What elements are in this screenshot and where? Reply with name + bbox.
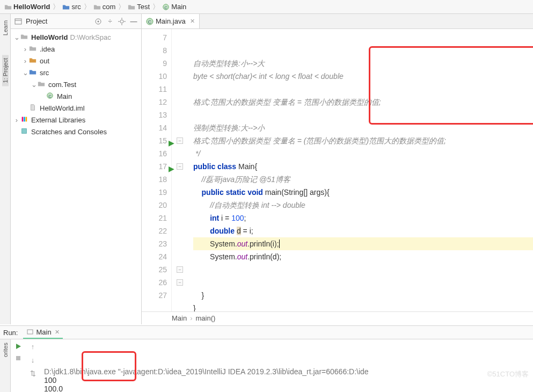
line-number[interactable]: 17▶−: [142, 160, 167, 173]
up-icon[interactable]: ↑: [31, 343, 35, 351]
crumb-class[interactable]: Main: [172, 314, 187, 322]
close-icon[interactable]: ✕: [55, 329, 60, 336]
tree-node[interactable]: ›out: [12, 55, 140, 67]
line-number[interactable]: 21: [142, 212, 167, 224]
filter-icon[interactable]: ⇅: [30, 369, 36, 378]
line-number[interactable]: 22: [142, 224, 167, 237]
rail-tab-learn[interactable]: Learn: [2, 17, 9, 39]
svg-rect-17: [16, 356, 20, 360]
rail-tab-favorites[interactable]: orites: [2, 339, 9, 360]
line-number[interactable]: 16: [142, 147, 167, 160]
tree-arrow-icon[interactable]: ⌄: [13, 33, 20, 41]
stop-icon[interactable]: [14, 354, 22, 362]
tree-arrow-icon[interactable]: ⌄: [21, 69, 29, 77]
line-number[interactable]: 26−: [142, 276, 167, 289]
settings-icon[interactable]: [118, 17, 126, 26]
line-number[interactable]: 12: [142, 96, 167, 108]
tree-node[interactable]: ⌄HelloWorldD:\WorkSpac: [12, 31, 140, 43]
line-number[interactable]: 15▶−: [142, 134, 167, 147]
project-panel-header: Project ÷ —: [11, 14, 141, 29]
folder-icon: [20, 33, 29, 41]
breadcrumb-item[interactable]: src: [61, 3, 82, 11]
run-label: Run:: [3, 329, 18, 337]
line-number[interactable]: 27: [142, 289, 167, 302]
line-number[interactable]: 11: [142, 83, 167, 96]
expand-all-icon[interactable]: ÷: [106, 17, 114, 26]
svg-marker-16: [16, 344, 21, 349]
svg-rect-9: [22, 117, 24, 122]
tree-node[interactable]: ⌄src: [12, 67, 140, 78]
tree-node[interactable]: Scratches and Consoles: [12, 126, 140, 137]
scratch-icon: [20, 127, 29, 136]
line-number[interactable]: 13: [142, 108, 167, 121]
code-line[interactable]: }: [193, 289, 533, 302]
breadcrumb-item[interactable]: CMain: [161, 3, 187, 11]
crumb-method[interactable]: main(): [196, 314, 216, 322]
code-editor[interactable]: 789101112131415▶−1617▶−1819202122232425−…: [142, 29, 533, 311]
code-line[interactable]: [193, 276, 533, 289]
editor-tab-main[interactable]: C Main.java ✕: [142, 14, 200, 28]
code-line[interactable]: public class Main{: [193, 160, 533, 173]
annotation-box-output: [82, 351, 136, 381]
line-number[interactable]: 7: [142, 31, 167, 44]
tree-node[interactable]: ›External Libraries: [12, 114, 140, 126]
down-icon[interactable]: ↓: [31, 356, 35, 364]
tree-node[interactable]: ›.idea: [12, 43, 140, 55]
line-number[interactable]: 20: [142, 199, 167, 212]
code-line[interactable]: System.out.println(d);: [193, 250, 533, 263]
hide-icon[interactable]: —: [129, 17, 138, 26]
tree-label: src: [40, 69, 49, 77]
class-icon: C: [162, 3, 170, 11]
run-controls-2: ↑ ↓ ⇅: [26, 339, 40, 392]
breadcrumb-item[interactable]: HelloWorld: [3, 3, 51, 11]
code-line[interactable]: double d = i;: [193, 224, 533, 237]
tree-arrow-icon[interactable]: ›: [13, 116, 20, 124]
tree-arrow-icon[interactable]: ⌄: [30, 81, 38, 89]
run-tab-main[interactable]: Main ✕: [23, 326, 62, 339]
lib-icon: [20, 115, 29, 124]
line-number[interactable]: 19: [142, 186, 167, 199]
locate-icon[interactable]: [94, 17, 103, 26]
line-number[interactable]: 10: [142, 70, 167, 83]
code-line[interactable]: //磊哥java历险记 @51博客: [193, 173, 533, 186]
code-line[interactable]: int i = 100;: [193, 212, 533, 224]
breadcrumb-item[interactable]: com: [92, 3, 117, 11]
line-number[interactable]: 23: [142, 237, 167, 250]
line-number[interactable]: 24: [142, 250, 167, 263]
code-line[interactable]: [193, 263, 533, 276]
breadcrumb-item[interactable]: Test: [127, 3, 151, 11]
tree-node[interactable]: CMain: [12, 90, 140, 102]
tree-node[interactable]: ⌄com.Test: [12, 78, 140, 90]
run-output[interactable]: D:\jdk1.8\bin\java.exe "-javaagent:D:\id…: [40, 339, 533, 392]
code-line[interactable]: //自动类型转换 int --> double: [193, 199, 533, 212]
chevron-right-icon: 〉: [53, 2, 60, 12]
run-tab-label: Main: [36, 328, 51, 336]
line-number[interactable]: 8: [142, 44, 167, 57]
tree-arrow-icon[interactable]: ›: [21, 57, 29, 65]
folder-icon: [38, 80, 46, 89]
project-view-icon[interactable]: [14, 17, 23, 26]
folder-b-icon: [62, 3, 70, 11]
line-number[interactable]: 9: [142, 57, 167, 70]
tree-node[interactable]: HelloWorld.iml: [12, 102, 140, 114]
code-line[interactable]: System.out.println(i);: [193, 237, 533, 250]
rail-tab-project[interactable]: 1: Project: [2, 55, 9, 86]
tree-label: .idea: [40, 45, 55, 53]
code-line[interactable]: */: [193, 147, 533, 160]
breadcrumb: HelloWorld〉src〉com〉Test〉CMain: [0, 0, 533, 14]
line-number[interactable]: 25−: [142, 263, 167, 276]
project-tree[interactable]: ⌄HelloWorldD:\WorkSpac›.idea›out⌄src⌄com…: [11, 29, 141, 324]
tree-arrow-icon[interactable]: ›: [21, 45, 29, 53]
chevron-right-icon: ›: [190, 314, 192, 322]
line-number[interactable]: 18: [142, 173, 167, 186]
line-number[interactable]: 14: [142, 121, 167, 134]
code-line[interactable]: }: [193, 302, 533, 311]
code-line[interactable]: public static void main(String[] args){: [193, 186, 533, 199]
folder-icon: [128, 3, 135, 11]
code-line[interactable]: 格式:范围小的数据类型 变量名 = (范围小的数据类型)范围大的数据类型的值;: [193, 134, 533, 147]
rerun-icon[interactable]: [14, 343, 22, 350]
chevron-right-icon: 〉: [84, 2, 91, 12]
editor-tabs: C Main.java ✕: [142, 14, 533, 29]
close-icon[interactable]: ✕: [190, 18, 195, 25]
run-panel: Run: Main ✕ orites ↑ ↓ ⇅ D:\jdk1.8\bin\j…: [0, 338, 533, 392]
